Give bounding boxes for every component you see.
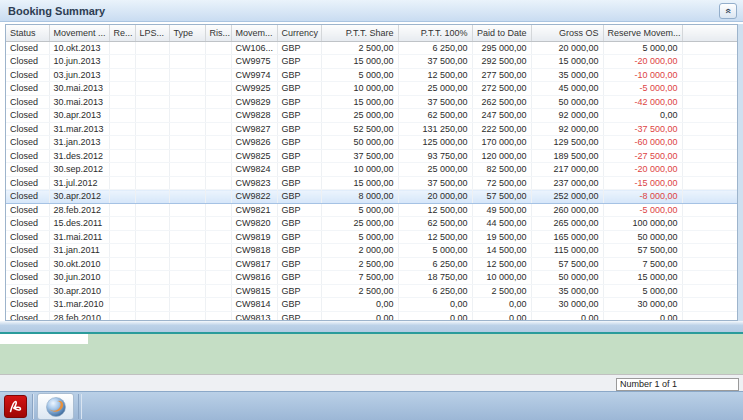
cell-movem: CW9820: [231, 217, 277, 231]
cell-gross_os: 265 000,00: [531, 217, 603, 231]
cell-currency: GBP: [277, 68, 321, 82]
cell-currency: GBP: [277, 217, 321, 231]
cell-ptt_100: 0,00: [398, 298, 472, 312]
pdf-export-button[interactable]: [4, 395, 27, 418]
cell-ptt_100: 20 000,00: [398, 190, 472, 204]
table-row[interactable]: Closed31.jan.2013CW9826GBP50 000,00125 0…: [6, 136, 737, 150]
cell-paid_to_date: 49 500,00: [472, 203, 531, 217]
table-row[interactable]: Closed30.jun.2010CW9816GBP7 500,0018 750…: [6, 271, 737, 285]
column-header-ptt_100[interactable]: P.T.T. 100%: [398, 25, 472, 41]
cell-reserve_movement: 7 500,00: [603, 257, 682, 271]
cell-paid_to_date: 295 000,00: [472, 41, 531, 55]
cell-currency: GBP: [277, 203, 321, 217]
right-edge-strip: [738, 24, 743, 321]
table-row[interactable]: Closed31.mai.2011CW9819GBP5 000,0012 500…: [6, 230, 737, 244]
column-header-movem[interactable]: Movem...: [231, 25, 277, 41]
cell-ptt_share: 10 000,00: [321, 163, 398, 177]
cell-currency: GBP: [277, 41, 321, 55]
grid-body: Closed10.okt.2013CW106...GBP2 500,006 25…: [6, 41, 737, 321]
column-header-type[interactable]: Type: [169, 25, 205, 41]
cell-movement_date: 28.feb.2012: [49, 203, 109, 217]
cell-currency: GBP: [277, 190, 321, 204]
cell-gross_os: 92 000,00: [531, 122, 603, 136]
table-row[interactable]: Closed28.feb.2010CW9813GBP0,000,000,000,…: [6, 311, 737, 321]
column-header-movement_date[interactable]: Movement ...: [49, 25, 109, 41]
table-row[interactable]: Closed10.okt.2013CW106...GBP2 500,006 25…: [6, 41, 737, 55]
toolbar-grip[interactable]: [78, 394, 82, 419]
cell-movem: CW9823: [231, 176, 277, 190]
table-row[interactable]: Closed30.apr.2012CW9822GBP8 000,0020 000…: [6, 190, 737, 204]
table-row[interactable]: Closed30.apr.2010CW9815GBP2 500,006 250,…: [6, 284, 737, 298]
table-row[interactable]: Closed30.mai.2013CW9925GBP10 000,0025 00…: [6, 82, 737, 96]
column-header-reserve_movement[interactable]: Reserve Movem...: [603, 25, 682, 41]
cell-lps: [135, 55, 169, 69]
column-header-spacer[interactable]: [682, 25, 737, 41]
cell-movement_date: 30.apr.2012: [49, 190, 109, 204]
table-row[interactable]: Closed10.jun.2013CW9975GBP15 000,0037 50…: [6, 55, 737, 69]
cell-spacer: [682, 217, 737, 231]
column-header-status[interactable]: Status: [6, 25, 49, 41]
cell-type: [169, 122, 205, 136]
cell-currency: GBP: [277, 298, 321, 312]
table-row[interactable]: Closed30.sep.2012CW9824GBP10 000,0025 00…: [6, 163, 737, 177]
cell-ptt_share: 10 000,00: [321, 82, 398, 96]
table-row[interactable]: Closed31.mar.2010CW9814GBP0,000,000,0030…: [6, 298, 737, 312]
cell-currency: GBP: [277, 82, 321, 96]
table-row[interactable]: Closed28.feb.2012CW9821GBP5 000,0012 500…: [6, 203, 737, 217]
cell-currency: GBP: [277, 230, 321, 244]
cell-reserve_movement: -15 000,00: [603, 176, 682, 190]
cell-ris: [205, 257, 231, 271]
collapse-button[interactable]: «: [719, 3, 737, 19]
table-row[interactable]: Closed31.des.2012CW9825GBP37 500,0093 75…: [6, 149, 737, 163]
cell-status: Closed: [6, 136, 49, 150]
column-header-ptt_share[interactable]: P.T.T. Share: [321, 25, 398, 41]
horizontal-scrollbar[interactable]: [0, 321, 743, 332]
cell-type: [169, 257, 205, 271]
cell-lps: [135, 230, 169, 244]
cell-movem: CW9815: [231, 284, 277, 298]
cell-spacer: [682, 271, 737, 285]
column-header-ris[interactable]: Ris...: [205, 25, 231, 41]
table-row[interactable]: Closed30.mai.2013CW9829GBP15 000,0037 50…: [6, 95, 737, 109]
cell-ptt_100: 5 000,00: [398, 244, 472, 258]
cell-type: [169, 190, 205, 204]
column-header-lps[interactable]: LPS...: [135, 25, 169, 41]
cell-re: [109, 230, 135, 244]
cell-movem: CW106...: [231, 41, 277, 55]
app-sphere-button[interactable]: [37, 393, 74, 420]
cell-lps: [135, 176, 169, 190]
cell-movem: CW9813: [231, 311, 277, 321]
table-row[interactable]: Closed30.okt.2010CW9817GBP2 500,006 250,…: [6, 257, 737, 271]
cell-currency: GBP: [277, 284, 321, 298]
cell-movem: CW9925: [231, 82, 277, 96]
table-row[interactable]: Closed03.jun.2013CW9974GBP5 000,0012 500…: [6, 68, 737, 82]
cell-ptt_share: 37 500,00: [321, 149, 398, 163]
cell-movement_date: 15.des.2011: [49, 217, 109, 231]
table-row[interactable]: Closed15.des.2011CW9820GBP25 000,0062 50…: [6, 217, 737, 231]
table-row[interactable]: Closed31.mar.2013CW9827GBP52 500,00131 2…: [6, 122, 737, 136]
column-header-paid_to_date[interactable]: Paid to Date: [472, 25, 531, 41]
table-row[interactable]: Closed31.jan.2011CW9818GBP2 000,005 000,…: [6, 244, 737, 258]
cell-ptt_share: 15 000,00: [321, 95, 398, 109]
cell-ris: [205, 244, 231, 258]
cell-movem: CW9974: [231, 68, 277, 82]
cell-lps: [135, 149, 169, 163]
column-header-currency[interactable]: Currency: [277, 25, 321, 41]
cell-movement_date: 30.apr.2010: [49, 284, 109, 298]
cell-status: Closed: [6, 68, 49, 82]
bottom-toolbar: [0, 391, 743, 420]
cell-status: Closed: [6, 163, 49, 177]
app-sphere-icon: [45, 396, 67, 418]
table-row[interactable]: Closed31.jul.2012CW9823GBP15 000,0037 50…: [6, 176, 737, 190]
column-header-gross_os[interactable]: Gross OS: [531, 25, 603, 41]
cell-paid_to_date: 12 500,00: [472, 257, 531, 271]
cell-lps: [135, 284, 169, 298]
cell-paid_to_date: 44 500,00: [472, 217, 531, 231]
cell-ptt_share: 50 000,00: [321, 136, 398, 150]
cell-ris: [205, 82, 231, 96]
cell-currency: GBP: [277, 257, 321, 271]
cell-movem: CW9829: [231, 95, 277, 109]
table-row[interactable]: Closed30.apr.2013CW9828GBP25 000,0062 50…: [6, 109, 737, 123]
cell-type: [169, 55, 205, 69]
column-header-re[interactable]: Re...: [109, 25, 135, 41]
